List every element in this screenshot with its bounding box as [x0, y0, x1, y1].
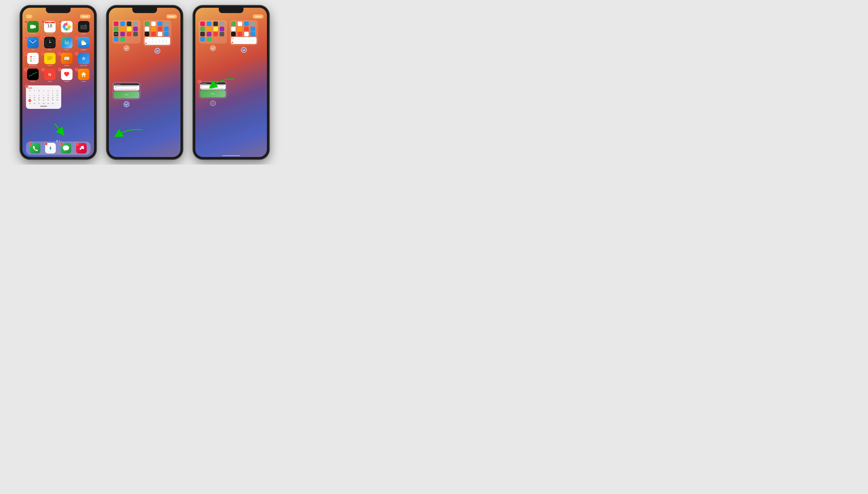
- page-check-2[interactable]: [155, 48, 160, 54]
- delete-appstore[interactable]: −: [75, 52, 78, 55]
- mini-news-item-2: NHS trust fined £761k over avoidable dea…: [114, 89, 139, 91]
- app-maps[interactable]: − 🗺️ Maps: [59, 37, 74, 51]
- mini-app: [114, 37, 118, 41]
- green-arrow-3: [209, 76, 238, 91]
- mini-cal-grid-3: MTWTFSS 123 45678910 18: [232, 39, 256, 43]
- app-clock[interactable]: − Clock: [42, 37, 58, 51]
- page-group-1[interactable]: [112, 20, 141, 51]
- page-group-3-1[interactable]: [199, 20, 227, 51]
- delete-notes[interactable]: −: [41, 52, 44, 55]
- app-mail[interactable]: − 1 Mail: [25, 37, 41, 51]
- mini-app: [127, 21, 131, 26]
- mini-grid-3-1: [200, 21, 226, 41]
- photos-label: Photos: [64, 33, 69, 35]
- delete-camera[interactable]: −: [75, 20, 78, 23]
- delete-news[interactable]: −: [41, 68, 44, 71]
- svg-text:A: A: [82, 56, 85, 61]
- app-calendar[interactable]: − FRI 18 Calendar: [42, 21, 58, 35]
- mini-app: [207, 27, 211, 31]
- mini-cal-header-3: JUNE: [232, 38, 256, 39]
- app-notes[interactable]: − Notes: [42, 53, 58, 66]
- delete-stocks[interactable]: −: [24, 68, 27, 71]
- delete-mail[interactable]: −: [24, 36, 27, 39]
- mini-app: [133, 21, 138, 26]
- delete-health[interactable]: −: [58, 68, 61, 71]
- app-weather[interactable]: − Weather: [76, 37, 91, 51]
- iphone-1: + Done − FaceTime − FRI 18: [20, 6, 96, 159]
- page-check-1[interactable]: [124, 45, 129, 51]
- done-button-3[interactable]: Done: [253, 15, 264, 19]
- home-indicator-3: [222, 155, 240, 156]
- stocks-label: Stocks: [30, 81, 35, 82]
- app-books[interactable]: − 📖 Books: [59, 53, 74, 66]
- page-group-3[interactable]: Top Stories LA Dems score stunning 'Blue…: [112, 82, 141, 107]
- app-stocks[interactable]: − Stocks: [25, 69, 41, 82]
- svg-rect-58: [115, 34, 115, 34]
- app-facetime[interactable]: − FaceTime: [25, 21, 41, 35]
- svg-text:📖: 📖: [64, 56, 70, 61]
- delete-photos[interactable]: −: [58, 20, 61, 23]
- mini-app: [220, 21, 224, 26]
- mini-app: [144, 21, 149, 26]
- reminders-label: Reminders: [29, 65, 37, 66]
- delete-reminders[interactable]: −: [24, 52, 27, 55]
- page-group-2[interactable]: JUNE MTWTFSS 123 45678910 11121314151617…: [143, 20, 172, 54]
- mini-app: [231, 32, 236, 36]
- delete-books[interactable]: −: [58, 52, 61, 55]
- delete-facetime[interactable]: −: [24, 20, 27, 23]
- done-button-2[interactable]: Done: [166, 15, 177, 19]
- delete-dock-phone[interactable]: −: [29, 142, 32, 145]
- delete-dock-messages[interactable]: −: [60, 142, 63, 145]
- cal-week1: 123: [28, 92, 59, 94]
- iphone-3: Done: [193, 6, 269, 159]
- dock-phone[interactable]: −: [30, 143, 40, 153]
- mini-app: [127, 27, 131, 31]
- app-grid-row1: − FaceTime − FRI 18 Calendar −: [25, 21, 91, 35]
- svg-rect-16: [85, 24, 86, 25]
- delete-dock-safari[interactable]: −: [44, 142, 47, 145]
- mini-app: [200, 32, 205, 36]
- mini-grid-3-2: [231, 21, 256, 36]
- page-check-3[interactable]: [124, 101, 129, 107]
- mini-app: [120, 32, 125, 36]
- app-home[interactable]: − Home: [76, 69, 91, 82]
- delete-clock[interactable]: −: [41, 36, 44, 39]
- svg-rect-36: [47, 57, 53, 57]
- svg-point-56: [80, 148, 81, 150]
- dock-messages[interactable]: −: [61, 143, 71, 153]
- mini-cal-header: JUNE: [146, 38, 169, 39]
- mini-app: [213, 27, 218, 31]
- mini-app: [158, 32, 162, 36]
- weather-label: Weather: [81, 49, 86, 51]
- app-news[interactable]: − N News: [42, 69, 58, 82]
- mini-app: [238, 32, 242, 36]
- app-appstore[interactable]: − A App Store: [76, 53, 91, 66]
- svg-point-57: [82, 147, 84, 149]
- delete-dock-music[interactable]: −: [75, 142, 78, 145]
- dock-music[interactable]: −: [76, 143, 86, 153]
- page-check-3-3[interactable]: [210, 100, 216, 106]
- app-health[interactable]: − Health: [59, 69, 74, 82]
- delete-widget-calendar[interactable]: −: [25, 85, 28, 88]
- app-reminders[interactable]: − Reminders: [25, 53, 41, 66]
- widget-delete-button[interactable]: −: [198, 80, 201, 83]
- page-check-3-1[interactable]: [210, 45, 216, 51]
- clock-label: Clock: [48, 49, 52, 51]
- delete-calendar[interactable]: −: [41, 20, 44, 23]
- delete-weather[interactable]: −: [75, 36, 78, 39]
- notes-label: Notes: [47, 65, 52, 66]
- delete-home[interactable]: −: [75, 68, 78, 71]
- done-button-1[interactable]: Done: [80, 15, 91, 19]
- app-photos[interactable]: − Photos: [59, 21, 74, 35]
- home-label: Home: [81, 81, 86, 82]
- dock-safari[interactable]: −: [45, 143, 56, 153]
- app-grid-row4: − Stocks − N News −: [25, 69, 91, 82]
- home-icon: [78, 69, 90, 80]
- page-check-3-2[interactable]: [241, 47, 247, 53]
- delete-maps[interactable]: −: [58, 36, 61, 39]
- page-group-3-2[interactable]: JUNE MTWTFSS 123 45678910 18: [230, 20, 258, 53]
- app-camera[interactable]: − Camera: [76, 21, 91, 35]
- mini-photos-label: Photos: [125, 94, 128, 95]
- add-widget-button[interactable]: +: [26, 15, 32, 19]
- mini-news-item-1: LA Dems score stunning 'Blue Wall' in el…: [114, 86, 139, 89]
